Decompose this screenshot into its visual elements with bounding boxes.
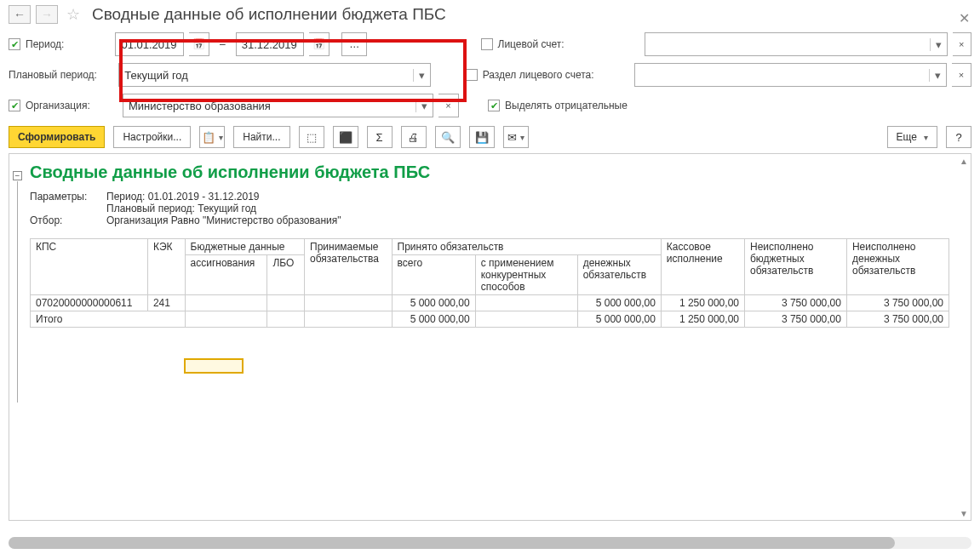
account-clear-button[interactable]: × — [953, 32, 971, 56]
col-taken-oblig: Принято обязательств — [392, 239, 661, 255]
scroll-down-icon[interactable]: ▼ — [957, 506, 971, 520]
close-icon[interactable]: ✕ — [959, 10, 970, 26]
collapse-button[interactable]: ⬛ — [333, 126, 358, 148]
section-dropdown-icon[interactable]: ▾ — [929, 69, 941, 82]
table-row-total[interactable]: Итого 5 000 000,00 5 000 000,00 1 250 00… — [31, 311, 949, 328]
highlight-neg-checkbox[interactable] — [488, 100, 500, 111]
date-to-calendar-icon[interactable]: 📅 — [309, 32, 330, 56]
date-from-calendar-icon[interactable]: 📅 — [189, 32, 209, 56]
section-label: Раздел лицевого счета: — [483, 69, 594, 81]
report-container: − ▲ ▼ Сводные данные об исполнении бюдже… — [9, 153, 971, 521]
params-line1: Период: 01.01.2019 - 31.12.2019 — [106, 191, 260, 203]
date-from-input[interactable]: 01.01.2019 — [115, 32, 183, 56]
period-ellipsis-button[interactable]: … — [341, 32, 367, 56]
table-row[interactable]: 07020000000000611 241 5 000 000,00 5 000… — [31, 295, 949, 311]
plan-period-dropdown-icon[interactable]: ▾ — [413, 69, 425, 82]
print-button[interactable]: 🖨 — [401, 126, 427, 148]
params-label: Параметры: — [30, 191, 98, 203]
organization-select[interactable]: Министерство образования ▾ — [123, 94, 433, 117]
col-kps: КПС — [31, 239, 148, 295]
organization-clear-button[interactable]: × — [438, 94, 459, 117]
col-lbo: ЛБО — [267, 255, 305, 295]
date-to-input[interactable]: 31.12.2019 — [236, 32, 304, 56]
help-button[interactable]: ? — [946, 126, 971, 148]
section-checkbox[interactable] — [466, 69, 478, 81]
organization-label: Организация: — [26, 100, 90, 111]
expand-button[interactable]: ⬚ — [299, 126, 324, 148]
filter-label: Отбор: — [30, 214, 98, 226]
account-select[interactable]: ▾ — [645, 32, 947, 56]
save-button[interactable]: 💾 — [469, 126, 495, 148]
organization-checkbox[interactable] — [9, 100, 20, 111]
highlight-neg-label: Выделять отрицательные — [505, 100, 628, 111]
email-button[interactable]: ✉ — [503, 126, 529, 148]
col-total: всего — [392, 255, 475, 295]
filter-line: Организация Равно "Министерство образова… — [106, 214, 341, 226]
col-accepted-oblig: Принимаемые обязательства — [305, 239, 393, 295]
more-button[interactable]: Еще — [887, 126, 937, 148]
col-assign: ассигнования — [185, 255, 267, 295]
favorite-star-icon[interactable]: ☆ — [66, 5, 80, 24]
nav-forward-button[interactable]: → — [36, 5, 58, 24]
period-checkbox[interactable] — [9, 38, 20, 50]
col-kek: КЭК — [147, 239, 185, 295]
selected-cell-highlight — [184, 358, 244, 374]
section-select[interactable]: ▾ — [634, 63, 947, 87]
col-unexec-budget: Неисполнено бюджетных обязательств — [744, 239, 846, 295]
sum-button[interactable]: Σ — [367, 126, 393, 148]
col-unexec-money: Неисполнено денежных обязательств — [846, 239, 948, 295]
run-button[interactable]: Сформировать — [9, 126, 105, 148]
settings-button[interactable]: Настройки... — [113, 126, 191, 148]
account-checkbox[interactable] — [481, 38, 493, 50]
section-clear-button[interactable]: × — [952, 63, 971, 87]
col-competitive: с применением конкурентных способов — [475, 255, 577, 295]
tree-collapse-handle[interactable]: − — [13, 171, 22, 180]
params-line2: Плановый период: Текущий год — [106, 203, 256, 214]
date-dash: – — [220, 38, 226, 50]
page-title: Сводные данные об исполнении бюджета ПБС — [92, 5, 446, 24]
plan-period-label: Плановый период: — [9, 69, 97, 81]
account-dropdown-icon[interactable]: ▾ — [930, 38, 942, 51]
scroll-up-icon[interactable]: ▲ — [957, 154, 971, 168]
scrollbar-thumb[interactable] — [9, 537, 895, 549]
preview-button[interactable]: 🔍 — [435, 126, 461, 148]
copy-dropdown-button[interactable]: 📋 — [199, 126, 225, 148]
nav-back-button[interactable]: ← — [9, 5, 31, 24]
plan-period-select[interactable]: Текущий год ▾ — [118, 63, 431, 87]
period-label: Период: — [26, 38, 64, 50]
organization-dropdown-icon[interactable]: ▾ — [415, 100, 427, 112]
col-budget-data: Бюджетные данные — [185, 239, 304, 255]
col-cash-exec: Кассовое исполнение — [661, 239, 744, 295]
horizontal-scrollbar[interactable] — [9, 537, 971, 549]
report-title: Сводные данные об исполнении бюджета ПБС — [30, 163, 959, 182]
vertical-scrollbar[interactable]: ▲ ▼ — [957, 154, 971, 520]
report-table: КПС КЭК Бюджетные данные Принимаемые обя… — [30, 238, 949, 328]
find-button[interactable]: Найти... — [233, 126, 289, 148]
account-label: Лицевой счет: — [498, 38, 565, 50]
col-money-oblig: денежных обязательств — [577, 255, 661, 295]
